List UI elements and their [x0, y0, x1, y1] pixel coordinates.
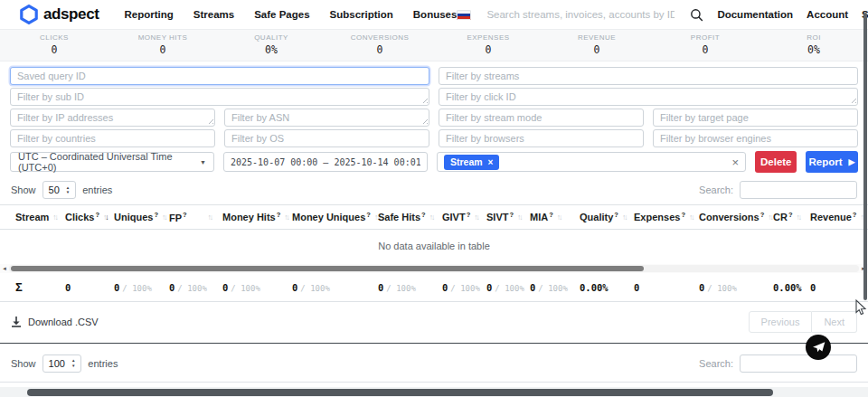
totals-conversions: 0/ 100%: [699, 282, 773, 293]
stream-tag-chip[interactable]: Stream ×: [444, 155, 499, 170]
col-sivt[interactable]: SIVT? ↑↓: [486, 211, 530, 223]
empty-table-message: No data available in table: [0, 230, 868, 264]
report-table-hscrollbar[interactable]: ◄ ►: [0, 264, 868, 273]
help-icon[interactable]: ?: [421, 211, 426, 219]
nav-link-account[interactable]: Account: [807, 9, 848, 20]
help-icon[interactable]: ?: [95, 211, 99, 219]
help-icon[interactable]: ?: [788, 211, 793, 219]
sort-icon: ↑↓: [52, 213, 59, 222]
sort-icon: ↑↓: [557, 213, 563, 222]
sort-icon: ↑↓: [796, 213, 802, 222]
nav-item-bonuses[interactable]: Bonuses: [413, 9, 458, 20]
col-conversions[interactable]: Conversions? ↑↓: [699, 211, 773, 223]
download-csv-label: Download .CSV: [28, 317, 99, 327]
nav-item-safe-pages[interactable]: Safe Pages: [254, 9, 309, 20]
timezone-select[interactable]: UTC – Coordinated Universal Time (UTC+0)…: [10, 152, 214, 172]
hscrollbar-thumb[interactable]: [11, 266, 644, 271]
help-icon[interactable]: ?: [614, 211, 618, 219]
filter-browser-engines-input[interactable]: [653, 129, 858, 147]
scroll-left-icon[interactable]: ◄: [0, 264, 9, 273]
chip-remove-icon[interactable]: ×: [488, 157, 494, 167]
chevron-down-icon: ▼: [200, 159, 206, 165]
help-icon[interactable]: ?: [760, 211, 765, 219]
col-quality[interactable]: Quality? ↑↓: [580, 211, 634, 223]
report-table-search-input[interactable]: [740, 181, 857, 199]
adspect-hexagon-icon: [20, 5, 38, 24]
help-icon[interactable]: ?: [509, 211, 514, 219]
download-csv-link[interactable]: Download .CSV: [11, 316, 99, 327]
telegram-fab-button[interactable]: [806, 335, 831, 360]
hscrollbar-track[interactable]: [9, 265, 859, 272]
clear-tags-icon[interactable]: ×: [731, 156, 739, 168]
stat-label: QUALITY: [217, 33, 326, 42]
filter-countries-input[interactable]: [10, 129, 215, 147]
sort-icon: ↑↓: [689, 213, 695, 222]
stat-label: MONEY HITS: [108, 33, 217, 42]
entries-per-page-select[interactable]: 50 ▲▼: [42, 181, 77, 199]
date-range-input[interactable]: [223, 152, 428, 172]
col-cr[interactable]: CR? ↑↓: [773, 211, 810, 223]
filter-stream-mode-input[interactable]: [439, 109, 644, 127]
col-givt[interactable]: GIVT? ↑↓: [442, 211, 486, 223]
sort-icon: ↑↓: [284, 213, 290, 222]
filter-browsers-input[interactable]: [439, 129, 644, 147]
help-icon[interactable]: ?: [183, 211, 187, 219]
search-icon[interactable]: [690, 8, 703, 22]
stat-profit: PROFIT 0: [651, 30, 760, 61]
play-icon: ▶: [849, 157, 855, 166]
filter-asn-input[interactable]: [224, 109, 429, 127]
entries-value: 100: [49, 358, 65, 369]
col-clicks[interactable]: Clicks? ↑↓: [65, 211, 114, 223]
col-fp[interactable]: FP? ↑↓: [169, 211, 222, 223]
log-table-hscrollbar[interactable]: [0, 387, 868, 397]
saved-query-input[interactable]: [10, 67, 429, 85]
russian-flag-icon[interactable]: [457, 10, 471, 20]
report-tags-input[interactable]: Stream × ×: [437, 152, 746, 172]
filter-os-input[interactable]: [224, 129, 429, 147]
help-icon[interactable]: ?: [549, 211, 553, 219]
help-icon[interactable]: ?: [277, 211, 281, 219]
show-label: Show: [11, 184, 36, 195]
filter-target-page-input[interactable]: [653, 109, 858, 127]
nav-item-subscription[interactable]: Subscription: [330, 9, 393, 20]
stat-clicks: CLICKS 0: [0, 30, 108, 61]
help-icon[interactable]: ?: [366, 211, 371, 219]
brand-logo[interactable]: adspect: [20, 5, 99, 24]
help-icon[interactable]: ?: [467, 211, 471, 219]
col-money-hits[interactable]: Money Hits? ↑↓: [222, 211, 292, 223]
col-mia[interactable]: MIA? ↑↓: [530, 211, 580, 223]
help-icon[interactable]: ?: [853, 211, 857, 219]
col-expenses[interactable]: Expenses? ↑↓: [634, 211, 699, 223]
totals-cr: 0.00%: [773, 282, 810, 293]
nav-item-reporting[interactable]: Reporting: [124, 9, 173, 20]
delete-button[interactable]: Delete: [755, 151, 797, 173]
stat-value: 0%: [760, 43, 868, 56]
log-table-search-input[interactable]: [740, 354, 857, 373]
col-safe-hits[interactable]: Safe Hits? ↑↓: [378, 211, 442, 223]
log-table-controls: Show 100 ▲▼ entries Search:: [0, 344, 868, 382]
hscrollbar-thumb[interactable]: [27, 389, 773, 396]
filter-ip-input[interactable]: [10, 109, 215, 127]
filter-streams-input[interactable]: [439, 67, 858, 85]
log-entries-per-page-select[interactable]: 100 ▲▼: [42, 354, 82, 373]
col-stream[interactable]: Stream ↑↓: [15, 211, 65, 223]
filter-sub-id-input[interactable]: [10, 88, 429, 106]
help-icon[interactable]: ?: [154, 211, 158, 219]
nav-item-streams[interactable]: Streams: [193, 9, 234, 20]
stat-value: 0: [434, 43, 542, 56]
col-money-uniques[interactable]: Money Uniques? ↑↓: [292, 211, 378, 223]
nav-link-documentation[interactable]: Documentation: [717, 9, 793, 20]
previous-page-button[interactable]: Previous: [749, 311, 813, 333]
stat-roi: ROI 0%: [760, 30, 868, 61]
col-revenue[interactable]: Revenue? ↑↓: [810, 211, 854, 223]
show-label: Show: [11, 358, 36, 369]
filter-click-id-input[interactable]: [439, 88, 858, 106]
col-uniques[interactable]: Uniques? ↑↓: [114, 211, 169, 223]
global-search-input[interactable]: [485, 8, 676, 21]
report-table-footer: Download .CSV Previous Next: [0, 302, 868, 341]
next-page-button[interactable]: Next: [812, 311, 857, 333]
help-icon[interactable]: ?: [681, 211, 685, 219]
sort-icon: ↑↓: [162, 213, 168, 222]
vertical-scrollbar-thumb[interactable]: [863, 13, 867, 300]
report-button[interactable]: Report ▶: [806, 151, 858, 173]
